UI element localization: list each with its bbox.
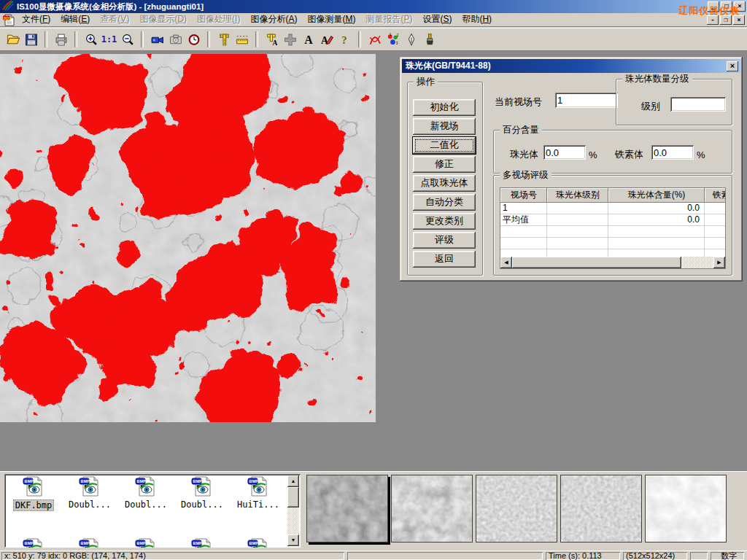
file-item[interactable]: BMPDKF.bmp (7, 476, 61, 511)
print-button[interactable] (52, 30, 70, 49)
percentage-group: 百分含量 珠光体 % 铁素体 % (493, 130, 732, 174)
save-file-button[interactable] (22, 30, 40, 49)
zoom-out-button[interactable] (118, 30, 136, 49)
column-header[interactable]: 珠光体含量(%) (608, 188, 705, 203)
file-item[interactable]: BMPDoubl... (175, 476, 229, 510)
file-item-partial[interactable]: BMP (175, 538, 229, 548)
new-field-button[interactable]: 新视场 (413, 118, 476, 135)
file-item-partial[interactable]: BMP (231, 538, 285, 548)
open-file-button[interactable] (4, 30, 22, 49)
scroll-right-button[interactable]: ▶ (713, 257, 725, 268)
binarize-button[interactable]: 二值化 (413, 137, 476, 154)
timer-button[interactable] (185, 30, 203, 49)
column-header[interactable]: 铁素体含量(%) (705, 188, 726, 203)
menu-item-e[interactable]: 编辑(E) (55, 12, 95, 28)
table-row[interactable] (500, 238, 725, 249)
file-list-scrollbar[interactable]: ▲ ▼ (287, 475, 299, 546)
ruler-button[interactable] (233, 30, 251, 49)
menu-item-i[interactable]: 图像处理(I) (192, 12, 245, 28)
file-scroll-down-button[interactable]: ▼ (287, 534, 299, 546)
document-icon[interactable]: DOC (2, 14, 15, 26)
pen-button[interactable] (402, 30, 420, 49)
zoom-in-icon (84, 33, 98, 47)
scroll-left-button[interactable]: ◀ (500, 257, 512, 268)
workspace: 珠光体(GB/T9441-88) × 操作 初始化新视场二值化修正点取珠光体自动… (0, 51, 747, 470)
file-item-partial[interactable]: BMP (63, 538, 117, 548)
table-row[interactable]: 平均值0.0 (500, 214, 725, 226)
menu-item-p[interactable]: 测量报告(P) (360, 12, 417, 28)
menu-item-v[interactable]: 查看(V) (95, 12, 134, 28)
annotate-button[interactable]: A (317, 30, 336, 49)
modify-button[interactable]: 修正 (413, 156, 476, 173)
grade-label: 级别 (641, 100, 660, 113)
snapshot-button[interactable] (166, 30, 185, 49)
initialize-button[interactable]: 初始化 (413, 99, 476, 116)
menu-item-a[interactable]: 图像分析(A) (245, 12, 302, 28)
sample-thumbnail-4[interactable] (560, 475, 642, 542)
change-class-button[interactable]: 更改类别 (413, 213, 476, 230)
rate-button[interactable]: 评级 (413, 232, 476, 249)
file-item[interactable]: BMPHuiTi... (231, 476, 285, 510)
auto-classify-button[interactable]: 自动分类 (413, 194, 476, 211)
table-cell: 1 (500, 203, 547, 214)
menu-item-f[interactable]: 文件(F) (17, 12, 55, 28)
help-button[interactable]: ? (336, 30, 354, 49)
svg-text:A: A (321, 35, 328, 46)
bmp-file-icon: BMP (79, 538, 101, 548)
toolbar-separator (255, 31, 258, 47)
caliper-button[interactable] (214, 30, 233, 49)
file-item[interactable]: BMPDoubl... (63, 476, 117, 510)
table-cell (705, 226, 726, 238)
file-scroll-up-button[interactable]: ▲ (287, 475, 299, 487)
dialog-close-button[interactable]: × (727, 61, 738, 71)
table-cell (500, 238, 547, 249)
classify-button[interactable]: 123 (384, 30, 402, 49)
brush-button[interactable] (420, 30, 438, 49)
sample-thumbnail-3[interactable] (476, 475, 557, 542)
table-row[interactable] (500, 226, 725, 238)
menu-item-h[interactable]: 帮助(H) (457, 12, 497, 28)
ferrite-percent-input[interactable] (651, 145, 694, 160)
bmp-file-icon: BMP (23, 538, 44, 548)
curve-tool-button[interactable] (365, 30, 384, 49)
table-row[interactable]: 10.0 (500, 203, 725, 214)
file-item-partial[interactable]: BMP (119, 538, 173, 548)
file-scrollbar-thumb[interactable] (287, 487, 299, 508)
file-browser: ▲ ▼ BMPDKF.bmpBMPDoubl...BMPDoubl...BMPD… (4, 474, 301, 548)
measure-text-button[interactable]: A (263, 30, 281, 49)
grade-input[interactable] (670, 97, 726, 112)
snapshot-icon (169, 33, 183, 47)
pick-pearlite-button[interactable]: 点取珠光体 (413, 175, 476, 192)
sample-thumbnail-1[interactable] (306, 475, 388, 542)
pattern-grid-button[interactable] (281, 30, 299, 49)
column-header[interactable]: 视场号 (500, 188, 547, 203)
save-file-icon (24, 33, 39, 47)
dialog-title-bar[interactable]: 珠光体(GB/T9441-88) × (402, 59, 740, 73)
table-cell (547, 238, 608, 249)
pearlite-percent-input[interactable] (543, 145, 586, 160)
menu-item-m[interactable]: 图像测量(M) (302, 12, 360, 28)
video-capture-button[interactable] (148, 30, 166, 49)
status-empty-panel (347, 552, 543, 560)
svg-text:BMP: BMP (81, 541, 90, 545)
window-title: IS100显微摄像系统(金相分析版) - [zhuguangti01] (17, 1, 204, 12)
file-item-partial[interactable]: BMP (7, 538, 61, 548)
menu-item-d[interactable]: 图像显示(D) (134, 12, 192, 28)
sample-thumbnail-2[interactable] (391, 475, 473, 542)
return-button[interactable]: 返回 (413, 251, 476, 268)
sample-thumbnail-5[interactable] (645, 475, 727, 542)
column-header[interactable]: 珠光体级别 (547, 188, 608, 203)
current-field-input[interactable] (555, 93, 618, 108)
vendor-watermark: 辽阳仪器仪表 (678, 4, 740, 18)
file-item[interactable]: BMPDoubl... (119, 476, 173, 510)
actual-size-button[interactable]: 1:1 (100, 30, 118, 49)
scrollbar-thumb[interactable] (512, 257, 681, 268)
pattern-grid-icon (283, 33, 298, 47)
print-icon (54, 33, 69, 47)
file-name: Doubl... (175, 499, 229, 510)
zoom-in-button[interactable] (82, 30, 100, 49)
metallographic-image[interactable] (0, 54, 376, 422)
table-horizontal-scrollbar[interactable]: ◀ ▶ (500, 257, 725, 268)
text-label-button[interactable]: A (299, 30, 317, 49)
menu-item-s[interactable]: 设置(S) (417, 12, 457, 28)
